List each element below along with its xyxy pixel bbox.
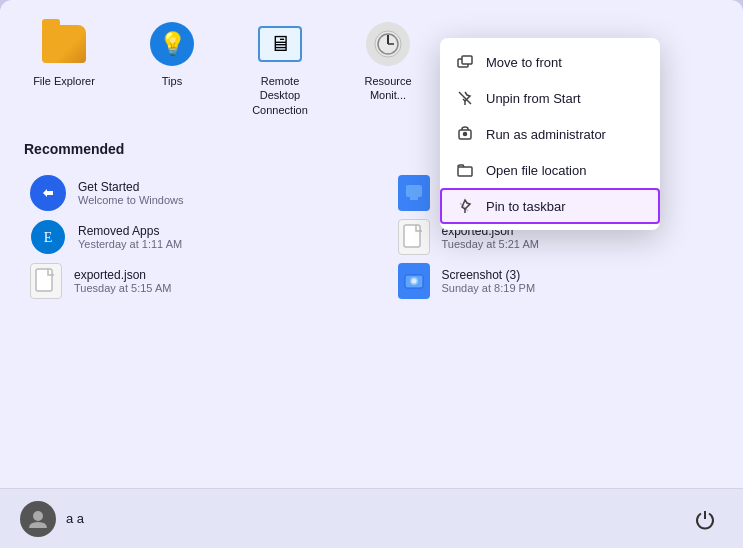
pin-to-taskbar-icon (456, 197, 474, 215)
rec-item-removed-apps[interactable]: E Removed Apps Yesterday at 1:11 AM (24, 215, 352, 259)
rec-item-screenshot[interactable]: Screenshot (3) Sunday at 8:19 PM (392, 259, 720, 303)
svg-point-13 (411, 278, 416, 283)
open-file-location-icon (456, 161, 474, 179)
recommended-left-col: Get Started Welcome to Windows E Removed… (24, 171, 352, 303)
rec-text-removed-apps: Removed Apps Yesterday at 1:11 AM (78, 224, 182, 250)
exported-json-right-icon (398, 219, 430, 255)
app-tips-label: Tips (162, 74, 182, 88)
svg-rect-20 (458, 167, 472, 176)
menu-item-open-file-location[interactable]: Open file location (440, 152, 660, 188)
menu-item-pin-to-taskbar-label: Pin to taskbar (486, 199, 566, 214)
screenshot-icon (398, 263, 430, 299)
menu-item-pin-to-taskbar[interactable]: Pin to taskbar (440, 188, 660, 224)
get-started-icon (30, 175, 66, 211)
menu-item-move-to-front[interactable]: Move to front (440, 44, 660, 80)
context-menu: Move to front Unpin from Start Run as ad… (440, 38, 660, 230)
menu-item-move-to-front-label: Move to front (486, 55, 562, 70)
move-to-front-icon (456, 53, 474, 71)
rec-item-get-started[interactable]: Get Started Welcome to Windows (24, 171, 352, 215)
resource-monitor-icon (364, 20, 412, 68)
rec-text-screenshot: Screenshot (3) Sunday at 8:19 PM (442, 268, 536, 294)
menu-item-run-as-admin-label: Run as administrator (486, 127, 606, 142)
app-file-explorer-label: File Explorer (33, 74, 95, 88)
menu-item-unpin-from-start[interactable]: Unpin from Start (440, 80, 660, 116)
menu-item-unpin-from-start-label: Unpin from Start (486, 91, 581, 106)
run-as-admin-icon (456, 125, 474, 143)
exported-json-left-icon (30, 263, 62, 299)
menu-item-open-file-location-label: Open file location (486, 163, 586, 178)
rec-item-exported-json-left[interactable]: exported.json Tuesday at 5:15 AM (24, 259, 352, 303)
app-remote-desktop-label: Remote Desktop Connection (240, 74, 320, 117)
svg-rect-9 (410, 197, 418, 200)
svg-point-23 (33, 511, 43, 521)
user-name: a a (66, 511, 84, 526)
svg-point-19 (464, 133, 467, 136)
removed-apps-icon: E (30, 219, 66, 255)
app-file-explorer[interactable]: File Explorer (24, 20, 104, 88)
app-resource-monitor-label: Resource Monit... (348, 74, 428, 103)
app-tips[interactable]: 💡 Tips (132, 20, 212, 88)
taskbar: a a (0, 488, 743, 548)
app-resource-monitor[interactable]: Resource Monit... (348, 20, 428, 103)
svg-rect-7 (36, 269, 52, 291)
svg-text:E: E (44, 230, 53, 245)
taskbar-user[interactable]: a a (20, 501, 84, 537)
pinned-icon (398, 175, 430, 211)
remote-desktop-icon (256, 20, 304, 68)
svg-rect-15 (462, 56, 472, 64)
svg-rect-10 (404, 225, 420, 247)
app-remote-desktop[interactable]: Remote Desktop Connection (240, 20, 320, 117)
rec-text-get-started: Get Started Welcome to Windows (78, 180, 184, 206)
svg-rect-8 (406, 185, 422, 197)
unpin-icon (456, 89, 474, 107)
menu-item-run-as-admin[interactable]: Run as administrator (440, 116, 660, 152)
power-button[interactable] (687, 501, 723, 537)
rec-text-exported-json-left: exported.json Tuesday at 5:15 AM (74, 268, 171, 294)
file-explorer-icon (40, 20, 88, 68)
tips-icon: 💡 (148, 20, 196, 68)
user-avatar (20, 501, 56, 537)
